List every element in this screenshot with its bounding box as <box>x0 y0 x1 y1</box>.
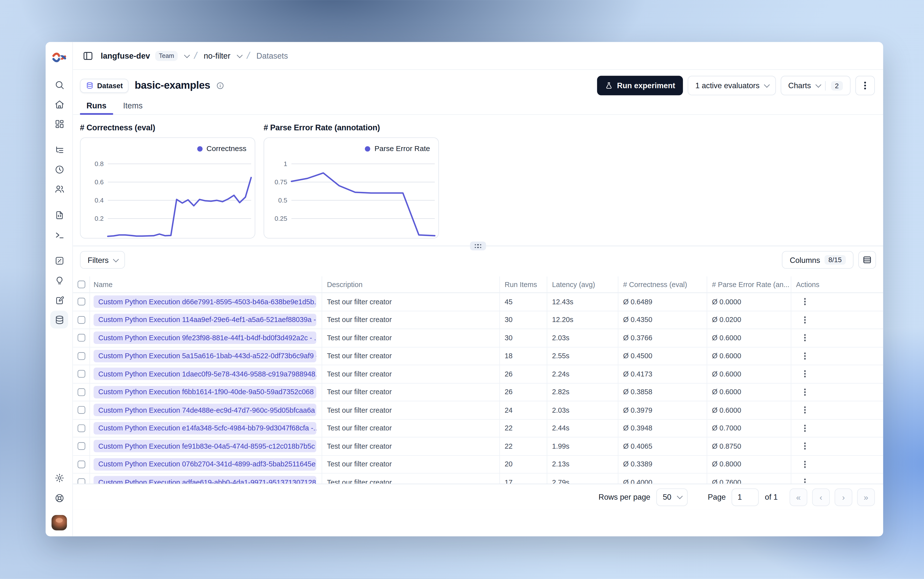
row-actions-button[interactable] <box>801 460 809 468</box>
next-page-button[interactable]: › <box>834 488 852 506</box>
database-icon <box>86 82 93 90</box>
charts-toggle-button[interactable]: Charts 2 <box>780 76 850 95</box>
col-header-run-items[interactable]: Run Items <box>500 276 547 293</box>
row-checkbox[interactable] <box>77 461 85 468</box>
resize-handle[interactable] <box>470 242 486 250</box>
run-name-link[interactable]: Custom Python Execution e14fa348-5cfc-49… <box>94 422 316 434</box>
desktop-background: langfuse-dev Team / no-filter / Datasets… <box>0 0 924 579</box>
row-actions-button[interactable] <box>801 298 809 306</box>
dashboards-icon[interactable] <box>50 115 68 132</box>
row-actions-button[interactable] <box>801 334 809 342</box>
row-checkbox[interactable] <box>77 334 85 342</box>
filters-button[interactable]: Filters <box>80 251 125 269</box>
kebab-icon <box>864 85 866 87</box>
row-checkbox[interactable] <box>77 298 85 306</box>
more-actions-button[interactable] <box>855 76 875 95</box>
run-name-link[interactable]: Custom Python Execution 74de488e-ec9d-47… <box>94 404 316 416</box>
row-actions-button[interactable] <box>801 370 809 378</box>
table-row: Custom Python Execution 9fe23f98-881e-44… <box>73 329 883 347</box>
datasets-icon[interactable] <box>50 311 68 329</box>
sidebar-toggle-icon[interactable] <box>80 48 95 63</box>
run-name-link[interactable]: Custom Python Execution 1daec0f9-5e78-43… <box>94 368 316 380</box>
row-actions-button[interactable] <box>801 406 809 414</box>
row-actions-button[interactable] <box>801 316 809 324</box>
run-name-link[interactable]: Custom Python Execution 076b2704-341d-48… <box>94 458 316 470</box>
row-checkbox[interactable] <box>77 424 85 432</box>
run-name-link[interactable]: Custom Python Execution 114aa9ef-29e6-4e… <box>94 314 316 326</box>
run-description: Test our filter creator <box>322 329 500 347</box>
col-header-latency[interactable]: Latency (avg) <box>547 276 618 293</box>
chart-title: # Parse Error Rate (annotation) <box>264 123 439 132</box>
active-evaluators-button[interactable]: 1 active evaluators <box>688 76 776 95</box>
row-actions-button[interactable] <box>801 424 809 432</box>
run-items-count: 18 <box>500 347 547 365</box>
run-name-link[interactable]: Custom Python Execution d66e7991-8595-45… <box>94 295 316 308</box>
rows-per-page-select[interactable]: 50 <box>656 488 688 506</box>
row-checkbox[interactable] <box>77 442 85 450</box>
evaluation-icon[interactable] <box>50 252 68 269</box>
svg-text:0.2: 0.2 <box>95 215 104 222</box>
row-actions-button[interactable] <box>801 388 809 396</box>
run-experiment-button[interactable]: Run experiment <box>597 76 683 95</box>
prompts-icon[interactable] <box>50 206 68 224</box>
row-height-button[interactable] <box>858 251 876 269</box>
run-items-count: 26 <box>500 383 547 401</box>
page-header: Dataset basic-examples Run experiment 1 … <box>73 70 883 95</box>
breadcrumb-section[interactable]: Datasets <box>256 51 288 60</box>
row-checkbox[interactable] <box>77 406 85 414</box>
home-icon[interactable] <box>50 95 68 113</box>
col-header-parse-error[interactable]: # Parse Error Rate (an... <box>707 276 791 293</box>
columns-button[interactable]: Columns 8/15 <box>782 251 854 269</box>
col-header-correctness[interactable]: # Correctness (eval) <box>618 276 707 293</box>
chart-card: Correctness 0.20.40.60.8 <box>80 137 255 239</box>
last-page-button[interactable]: » <box>857 488 875 506</box>
row-checkbox[interactable] <box>77 316 85 324</box>
run-parse-error: Ø 0.6000 <box>707 347 791 365</box>
user-avatar[interactable] <box>52 515 67 530</box>
run-items-count: 20 <box>500 456 547 474</box>
row-checkbox[interactable] <box>77 370 85 378</box>
playground-icon[interactable] <box>50 226 68 244</box>
search-icon[interactable] <box>50 76 68 93</box>
support-icon[interactable] <box>50 489 68 507</box>
annotation-icon[interactable] <box>50 291 68 309</box>
info-icon[interactable] <box>216 82 224 90</box>
run-latency: 2.44s <box>547 419 618 437</box>
run-name-link[interactable]: Custom Python Execution f6bb1614-1f90-40… <box>94 386 316 398</box>
run-description: Test our filter creator <box>322 365 500 383</box>
previous-page-button[interactable]: ‹ <box>812 488 830 506</box>
row-actions-button[interactable] <box>801 352 809 360</box>
row-checkbox[interactable] <box>77 388 85 396</box>
page-number-input[interactable] <box>732 488 759 506</box>
col-header-description[interactable]: Description <box>322 276 500 293</box>
run-name-link[interactable]: Custom Python Execution fe91b83e-04a5-47… <box>94 440 316 452</box>
run-name-link[interactable]: Custom Python Execution 9fe23f98-881e-44… <box>94 332 316 344</box>
select-all-checkbox[interactable] <box>77 281 85 288</box>
run-name-link[interactable]: Custom Python Execution 5a15a616-1bab-44… <box>94 350 316 362</box>
page-label: Page <box>708 492 726 501</box>
col-header-name[interactable]: Name <box>90 276 322 293</box>
tracing-icon[interactable] <box>50 141 68 159</box>
settings-icon[interactable] <box>50 469 68 487</box>
breadcrumb-project[interactable]: no-filter <box>204 51 230 60</box>
sessions-icon[interactable] <box>50 160 68 178</box>
row-checkbox[interactable] <box>77 352 85 360</box>
app-window: langfuse-dev Team / no-filter / Datasets… <box>46 42 883 536</box>
chevron-down-icon[interactable] <box>184 52 190 57</box>
first-page-button[interactable]: « <box>790 488 808 506</box>
tab-items[interactable]: Items <box>116 99 149 114</box>
breadcrumb-org[interactable]: langfuse-dev <box>101 51 150 60</box>
users-icon[interactable] <box>50 180 68 198</box>
run-items-count: 22 <box>500 438 547 456</box>
row-actions-button[interactable] <box>801 442 809 450</box>
langfuse-logo[interactable] <box>52 50 67 65</box>
llm-as-a-judge-icon[interactable] <box>50 272 68 290</box>
sidebar <box>46 42 73 536</box>
run-latency: 2.13s <box>547 456 618 474</box>
tab-runs[interactable]: Runs <box>80 99 113 114</box>
svg-text:0.6: 0.6 <box>95 178 104 186</box>
run-latency: 2.03s <box>547 329 618 347</box>
table-row: Custom Python Execution 74de488e-ec9d-47… <box>73 401 883 419</box>
chevron-down-icon[interactable] <box>237 52 242 57</box>
run-correctness: Ø 0.3766 <box>618 329 707 347</box>
